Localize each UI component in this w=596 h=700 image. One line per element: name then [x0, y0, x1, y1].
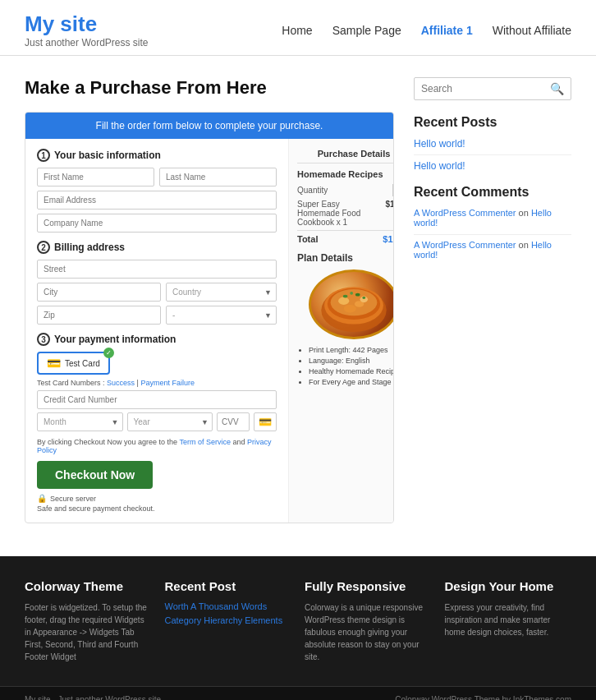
- footer-widget-3-title: Fully Responsive: [305, 579, 432, 593]
- recent-posts-title: Recent Posts: [414, 115, 571, 130]
- failure-link[interactable]: Payment Failure: [140, 379, 195, 387]
- order-form-header: Fill the order form below to complete yo…: [25, 113, 393, 139]
- divider-1: [414, 154, 571, 155]
- svg-point-8: [343, 295, 348, 298]
- feature-2: Language: English: [309, 357, 394, 365]
- footer-widget-1-title: Colorway Theme: [25, 579, 152, 593]
- search-input[interactable]: [421, 83, 550, 94]
- footer-widget-4: Design Your Home Express your creativity…: [445, 579, 572, 663]
- recent-comments-section: Recent Comments A WordPress Commenter on…: [414, 185, 571, 260]
- checkout-button[interactable]: Checkout Now: [37, 461, 153, 489]
- section2-num: 2: [37, 241, 50, 254]
- test-card-info: Test Card Numbers : Success | Payment Fa…: [37, 379, 277, 387]
- divider-2: [414, 234, 571, 235]
- nav-home[interactable]: Home: [282, 24, 312, 37]
- header: My site Just another WordPress site Home…: [0, 0, 596, 56]
- footer-widget-3: Fully Responsive Colorway is a unique re…: [305, 579, 432, 663]
- first-name-input[interactable]: [37, 168, 154, 187]
- basic-info-section: 1 Your basic information: [37, 149, 277, 233]
- recent-comments-title: Recent Comments: [414, 185, 571, 200]
- plan-title: Plan Details: [297, 252, 394, 264]
- secure-row: 🔒 Secure server: [37, 494, 277, 503]
- month-select[interactable]: Month: [37, 412, 123, 431]
- order-form-box: Fill the order form below to complete yo…: [25, 112, 394, 523]
- billing-section: 2 Billing address Country: [37, 241, 277, 325]
- svg-point-9: [355, 293, 360, 297]
- site-subtitle: Just another WordPress site: [25, 37, 149, 48]
- section3-label: Your payment information: [54, 334, 176, 345]
- footer-post-2[interactable]: Category Hierarchy Elements: [165, 615, 292, 625]
- test-card-label: Test Card: [65, 359, 100, 368]
- footer-bottom: My site - Just another WordPress site Co…: [0, 686, 596, 700]
- feature-1: Print Length: 442 Pages: [309, 346, 394, 354]
- cc-number-input[interactable]: [37, 390, 277, 409]
- payment-section: 3 Your payment information 💳 Test Card ✓: [37, 333, 277, 513]
- footer-widget-2-title: Recent Post: [165, 579, 292, 593]
- footer-widget-4-text: Express your creativity, find inspiratio…: [445, 601, 572, 638]
- country-select[interactable]: Country: [166, 283, 277, 302]
- search-box[interactable]: 🔍: [414, 77, 571, 100]
- search-icon: 🔍: [550, 82, 564, 95]
- email-input[interactable]: [37, 191, 277, 210]
- svg-point-6: [344, 305, 356, 312]
- commenter-1[interactable]: A WordPress Commenter: [414, 208, 516, 218]
- last-name-input[interactable]: [159, 168, 277, 187]
- cvv-input[interactable]: [217, 412, 250, 431]
- nav-without-affiliate[interactable]: Without Affiliate: [493, 24, 571, 37]
- footer-widget-2: Recent Post Worth A Thousand Words Categ…: [165, 579, 292, 663]
- plan-details: Plan Details: [297, 252, 394, 386]
- street-input[interactable]: [37, 260, 277, 279]
- site-title: My site: [25, 12, 149, 37]
- recent-posts-section: Recent Posts Hello world! Hello world!: [414, 115, 571, 172]
- footer-widget-3-text: Colorway is a unique responsive WordPres…: [305, 601, 432, 663]
- secure-icon: 🔒: [37, 494, 47, 503]
- feature-4: For Every Age and Stage: [309, 378, 394, 386]
- plan-features: Print Length: 442 Pages Language: Englis…: [297, 346, 394, 386]
- total-price: $11.28: [383, 234, 394, 244]
- item-name: Super Easy Homemade Food Cookbook x 1: [297, 200, 382, 227]
- total-label: Total: [297, 234, 318, 244]
- footer-bottom-left: My site - Just another WordPress site: [25, 695, 161, 700]
- site-branding: My site Just another WordPress site: [25, 12, 149, 48]
- svg-point-4: [338, 297, 349, 305]
- product-name: Homemade Recipes: [297, 169, 394, 179]
- post-2[interactable]: Hello world!: [414, 160, 571, 172]
- footer-widget-1-text: Footer is widgetized. To setup the foote…: [25, 601, 152, 663]
- section1-label: Your basic information: [54, 150, 161, 161]
- nav-sample-page[interactable]: Sample Page: [332, 24, 401, 37]
- purchase-details-title: Purchase Details: [297, 149, 394, 163]
- success-link[interactable]: Success: [107, 379, 135, 387]
- nav-affiliate-1[interactable]: Affiliate 1: [421, 24, 473, 37]
- comment-1: A WordPress Commenter on Hello world!: [414, 208, 571, 228]
- comment-2: A WordPress Commenter on Hello world!: [414, 240, 571, 260]
- state-select[interactable]: -: [166, 306, 277, 325]
- terms-text: By clicking Checkout Now you agree to th…: [37, 438, 277, 454]
- card-type-icon-box: 💳: [254, 412, 277, 431]
- commenter-2[interactable]: A WordPress Commenter: [414, 240, 516, 250]
- svg-point-10: [350, 292, 353, 295]
- feature-3: Healthy Homemade Recipes: [309, 367, 394, 375]
- year-select[interactable]: Year: [127, 412, 213, 431]
- check-icon: ✓: [103, 348, 114, 358]
- item-price: $11.28: [385, 200, 394, 227]
- footer: Colorway Theme Footer is widgetized. To …: [0, 556, 596, 700]
- footer-post-1[interactable]: Worth A Thousand Words: [165, 601, 292, 611]
- purchase-details: Purchase Details Homemade Recipes Quanti…: [297, 149, 394, 244]
- post-1[interactable]: Hello world!: [414, 138, 571, 150]
- food-image: [309, 269, 394, 339]
- test-card-button[interactable]: 💳 Test Card ✓: [37, 352, 110, 375]
- credit-card-icon: 💳: [47, 357, 61, 370]
- footer-widget-4-title: Design Your Home: [445, 579, 572, 593]
- footer-widget-1: Colorway Theme Footer is widgetized. To …: [25, 579, 152, 663]
- terms-link[interactable]: Term of Service: [179, 438, 231, 446]
- section2-label: Billing address: [54, 242, 125, 253]
- quantity-value: 1: [392, 184, 394, 196]
- city-input[interactable]: [37, 283, 161, 302]
- zip-input[interactable]: [37, 306, 161, 325]
- company-input[interactable]: [37, 214, 277, 233]
- safe-label: Safe and secure payment checkout.: [37, 504, 277, 513]
- quantity-label: Quantity: [297, 186, 328, 195]
- svg-point-11: [362, 297, 365, 299]
- section3-num: 3: [37, 333, 50, 346]
- footer-bottom-right: Colorway WordPress Theme by InkThemes.co…: [395, 695, 571, 700]
